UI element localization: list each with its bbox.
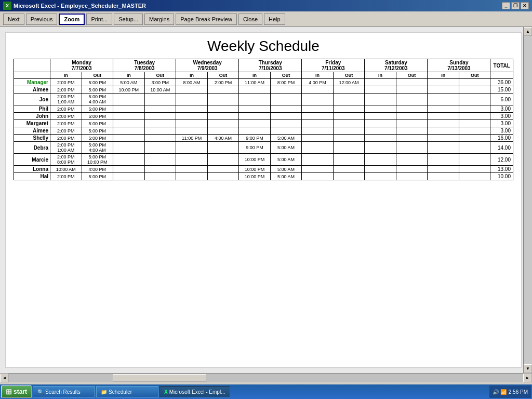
- employee-name: Lonna: [14, 166, 50, 173]
- table-row: Lonna10:00 AM4:00 PM10:00 PM5:00 AM13.00: [14, 166, 513, 173]
- schedule-out-cell: [459, 142, 490, 154]
- schedule-out-cell: [459, 86, 490, 94]
- schedule-out-cell: [144, 113, 176, 120]
- schedule-in-cell: [428, 113, 459, 120]
- schedule-in-cell: [365, 166, 396, 173]
- start-button[interactable]: ⊞ start: [1, 385, 32, 398]
- schedule-out-cell: 5:00 PM: [82, 105, 113, 113]
- schedule-out-cell: 5:00 PM10:00 PM: [82, 154, 113, 166]
- schedule-in-cell: [302, 127, 334, 135]
- employee-name: John: [14, 113, 50, 120]
- vertical-scrollbar[interactable]: ▲ ▼: [523, 27, 532, 373]
- schedule-in-cell: [113, 135, 145, 142]
- schedule-in-cell: [113, 142, 145, 154]
- search-results-task[interactable]: 🔍 Search Results: [33, 386, 95, 397]
- schedule-in-cell: [176, 120, 208, 127]
- schedule-in-cell: [428, 79, 459, 86]
- taskbar: ⊞ start 🔍 Search Results 📁 Scheduler X M…: [0, 384, 532, 399]
- previous-button[interactable]: Previous: [26, 14, 58, 25]
- employee-name: Margaret: [14, 120, 50, 127]
- restore-button[interactable]: ❐: [511, 2, 520, 9]
- schedule-out-cell: [207, 127, 239, 135]
- schedule-in-cell: 10:00 PM: [239, 166, 271, 173]
- scroll-down-button[interactable]: ▼: [524, 364, 532, 373]
- zoom-button[interactable]: Zoom: [59, 14, 85, 25]
- employee-name: Aimee: [14, 86, 50, 94]
- sun-in-header: In: [428, 72, 459, 79]
- total-cell: 15.00: [490, 86, 513, 94]
- schedule-out-cell: 5:00 AM: [270, 154, 302, 166]
- h-scroll-thumb[interactable]: [113, 374, 206, 382]
- margins-button[interactable]: Margins: [144, 14, 174, 25]
- schedule-in-cell: 2:00 PM8:00 PM: [50, 154, 82, 166]
- setup-button[interactable]: Setup...: [114, 14, 143, 25]
- schedule-out-cell: [396, 166, 428, 173]
- schedule-out-cell: 5:00 AM: [270, 135, 302, 142]
- content-area: Weekly Schedule Monday 7/7/2003 Tuesday …: [5, 32, 522, 368]
- schedule-in-cell: [365, 120, 396, 127]
- schedule-out-cell: [396, 79, 428, 86]
- total-cell: 10.00: [490, 173, 513, 180]
- schedule-in-cell: [365, 127, 396, 135]
- schedule-in-cell: [428, 120, 459, 127]
- schedule-out-cell: [144, 166, 176, 173]
- page-break-button[interactable]: Page Break Preview: [176, 14, 237, 25]
- schedule-out-cell: [396, 120, 428, 127]
- day-header-row: Monday 7/7/2003 Tuesday 7/8/2003 Wednesd…: [14, 59, 513, 72]
- schedule-in-cell: [365, 142, 396, 154]
- schedule-out-cell: [144, 142, 176, 154]
- employee-name: Hal: [14, 173, 50, 180]
- schedule-in-cell: [365, 86, 396, 94]
- table-row: Hal2:00 PM5:00 PM10:00 PM5:00 AM10.00: [14, 173, 513, 180]
- horizontal-scrollbar[interactable]: ◄ ►: [0, 373, 532, 382]
- schedule-in-cell: 2:00 PM: [50, 79, 82, 86]
- clock: 2:56 PM: [509, 389, 528, 395]
- schedule-out-cell: [333, 94, 365, 105]
- excel-task[interactable]: X Microsoft Excel - Empl...: [159, 386, 230, 397]
- minimize-button[interactable]: _: [502, 2, 510, 9]
- h-scroll-track[interactable]: [9, 374, 523, 382]
- fri-in-header: In: [302, 72, 334, 79]
- table-row: Aimee2:00 PM5:00 PM10:00 PM10:00 AM15.00: [14, 86, 513, 94]
- next-button[interactable]: Next: [3, 14, 24, 25]
- help-button[interactable]: Help: [264, 14, 285, 25]
- schedule-in-cell: [176, 127, 208, 135]
- window-close-button[interactable]: ✕: [521, 2, 529, 9]
- scheduler-task[interactable]: 📁 Scheduler: [96, 386, 158, 397]
- table-row: Manager2:00 PM5:00 PM5:00 AM3:00 PM8:00 …: [14, 79, 513, 86]
- schedule-out-cell: [333, 120, 365, 127]
- schedule-container: Weekly Schedule Monday 7/7/2003 Tuesday …: [6, 33, 521, 185]
- schedule-out-cell: [207, 113, 239, 120]
- fri-out-header: Out: [333, 72, 365, 79]
- schedule-in-cell: [113, 127, 145, 135]
- schedule-in-cell: 10:00 PM: [239, 173, 271, 180]
- table-row: Aimee2:00 PM5:00 PM3.00: [14, 127, 513, 135]
- scroll-left-button[interactable]: ◄: [0, 374, 9, 382]
- schedule-out-cell: 3:00 PM: [144, 79, 176, 86]
- print-button[interactable]: Print...: [86, 14, 112, 25]
- schedule-out-cell: [396, 127, 428, 135]
- schedule-out-cell: [207, 120, 239, 127]
- scroll-track[interactable]: [524, 36, 532, 364]
- schedule-in-cell: [176, 105, 208, 113]
- schedule-out-cell: [333, 154, 365, 166]
- schedule-in-cell: [113, 94, 145, 105]
- windows-logo: ⊞: [6, 388, 12, 396]
- total-cell: 36.00: [490, 79, 513, 86]
- schedule-in-cell: [302, 166, 334, 173]
- schedule-out-cell: [207, 166, 239, 173]
- schedule-out-cell: 8:00 PM: [270, 79, 302, 86]
- schedule-out-cell: 5:00 PM: [82, 79, 113, 86]
- total-cell: 3.00: [490, 120, 513, 127]
- total-cell: 14.00: [490, 142, 513, 154]
- close-preview-button[interactable]: Close: [238, 14, 262, 25]
- schedule-out-cell: 2:00 PM: [207, 79, 239, 86]
- schedule-in-cell: [176, 113, 208, 120]
- thursday-header: Thursday 7/10/2003: [239, 59, 302, 72]
- schedule-in-cell: [113, 120, 145, 127]
- scroll-right-button[interactable]: ►: [523, 374, 532, 382]
- schedule-in-cell: [302, 142, 334, 154]
- schedule-in-cell: [113, 113, 145, 120]
- scroll-up-button[interactable]: ▲: [524, 27, 532, 36]
- schedule-in-cell: [428, 127, 459, 135]
